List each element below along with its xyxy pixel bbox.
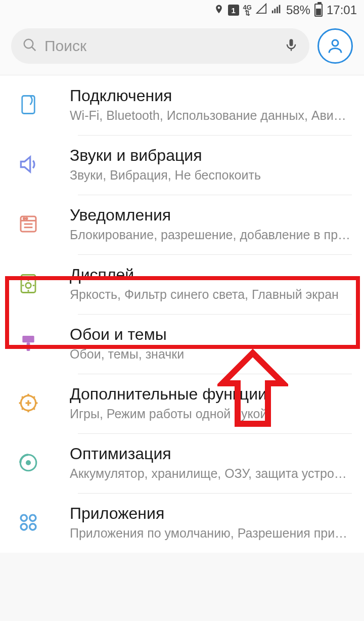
connections-icon [16,93,40,117]
sim-indicator: 1 [228,5,239,16]
sound-icon [16,152,40,176]
row-sounds[interactable]: Звуки и вибрация Звуки, Вибрация, Не бес… [0,135,364,195]
row-notifications[interactable]: Уведомления Блокирование, разрешение, до… [0,195,364,254]
svg-point-31 [30,524,36,530]
row-subtitle: Wi-Fi, Bluetooth, Использование данных, … [70,108,352,123]
svg-rect-21 [22,336,34,342]
battery-icon [314,4,323,17]
search-icon [22,37,37,55]
row-connections[interactable]: Подключения Wi-Fi, Bluetooth, Использова… [0,75,364,135]
svg-rect-0 [272,11,274,13]
row-maintenance[interactable]: Оптимизация Аккумулятор, хранилище, ОЗУ,… [0,433,364,493]
search-box[interactable] [11,28,309,64]
row-title: Обои и темы [70,325,352,344]
row-title: Дисплей [70,265,352,284]
row-apps[interactable]: Приложения Приложения по умолчанию, Разр… [0,493,364,553]
search-row [0,20,364,75]
svg-rect-22 [27,342,30,351]
svg-point-4 [24,39,33,49]
svg-point-16 [26,283,31,288]
svg-rect-2 [277,7,278,13]
optimize-icon [16,451,40,475]
apps-icon [16,510,40,535]
row-subtitle: Звуки, Вибрация, Не беспокоить [70,168,352,183]
network-type: 4G ⇅ [243,5,252,16]
location-icon [214,3,224,17]
svg-point-27 [27,461,30,465]
row-wallpapers[interactable]: Обои и темы Обои, темы, значки [0,314,364,374]
row-subtitle: Приложения по умолчанию, Разрешения прил… [70,526,352,541]
svg-point-29 [30,515,36,521]
row-title: Приложения [70,504,352,523]
battery-percent: 58% [286,3,310,17]
svg-point-7 [332,40,338,46]
row-title: Подключения [70,86,352,105]
row-subtitle: Яркость, Фильтр синего света, Главный эк… [70,287,352,302]
brush-icon [16,331,40,356]
signal-icon-2 [271,3,282,17]
svg-point-12 [26,218,27,219]
row-title: Дополнительные функции [70,385,352,404]
display-icon [16,272,40,296]
row-advanced[interactable]: Дополнительные функции Игры, Режим работ… [0,374,364,433]
row-title: Звуки и вибрация [70,146,352,165]
gear-plus-icon [16,391,40,415]
row-subtitle: Аккумулятор, хранилище, ОЗУ, защита устр… [70,466,352,481]
svg-point-30 [21,524,27,530]
svg-rect-8 [22,96,35,114]
mic-icon[interactable] [284,38,298,54]
svg-line-5 [32,47,36,51]
signal-icon-1 [256,3,267,17]
svg-rect-1 [274,9,276,13]
clock: 17:01 [327,3,357,17]
row-title: Оптимизация [70,445,352,463]
row-title: Уведомления [70,206,352,225]
svg-point-11 [23,218,25,219]
account-button[interactable] [317,28,353,64]
svg-point-28 [21,515,27,521]
settings-list: Подключения Wi-Fi, Bluetooth, Использова… [0,75,364,553]
row-subtitle: Блокирование, разрешение, добавление в п… [70,228,352,242]
svg-rect-3 [279,5,280,14]
row-display[interactable]: Дисплей Яркость, Фильтр синего света, Гл… [0,254,364,314]
search-input[interactable] [44,37,277,55]
row-subtitle: Обои, темы, значки [70,347,352,362]
notifications-icon [16,212,40,236]
status-bar: 1 4G ⇅ 58% 17:01 [0,0,364,20]
row-subtitle: Игры, Режим работы одной рукой [70,407,352,421]
